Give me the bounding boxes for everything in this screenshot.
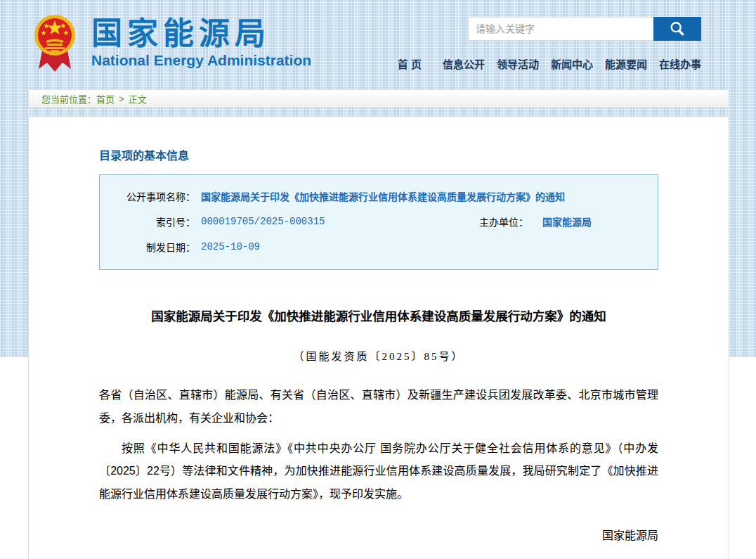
header-right: 首 页 信息公开 领导活动 新闻中心 能源要闻 在线办事 xyxy=(398,15,701,71)
national-emblem-icon xyxy=(34,13,76,75)
name-value: 国家能源局关于印发《加快推进能源行业信用体系建设高质量发展行动方案》的通知 xyxy=(201,189,565,203)
info-row-date: 制发日期： 2025-10-09 xyxy=(100,234,658,259)
catalog-section-title: 目录项的基本信息 xyxy=(99,146,658,163)
org-value: 国家能源局 xyxy=(542,214,592,229)
info-row-index-org: 索引号： 000019705/2025-000315 主办单位： 国家能源局 xyxy=(100,209,658,234)
name-label: 公开事项名称： xyxy=(100,189,195,203)
site-header: 国家能源局 National Energy Administration 首 页… xyxy=(0,0,756,86)
org-label: 主办单位： xyxy=(437,214,528,229)
nav-item-home[interactable]: 首 页 xyxy=(398,56,422,71)
nav-item-online-service[interactable]: 在线办事 xyxy=(659,56,701,71)
content-panel: 目录项的基本信息 公开事项名称： 国家能源局关于印发《加快推进能源行业信用体系建… xyxy=(28,117,729,559)
main-nav: 首 页 信息公开 领导活动 新闻中心 能源要闻 在线办事 xyxy=(398,56,701,71)
site-title-block: 国家能源局 National Energy Administration xyxy=(91,17,311,69)
search-button[interactable] xyxy=(653,17,701,41)
breadcrumb-home-link[interactable]: 首页 xyxy=(96,92,115,105)
search-icon xyxy=(669,20,686,37)
article-doc-number: （国能发资质〔2025〕85号） xyxy=(99,348,658,363)
site-title: 国家能源局 xyxy=(91,17,311,51)
index-value: 000019705/2025-000315 xyxy=(201,216,325,227)
article-title: 国家能源局关于印发《加快推进能源行业信用体系建设高质量发展行动方案》的通知 xyxy=(99,307,658,324)
breadcrumb-current[interactable]: 正文 xyxy=(129,92,147,105)
date-label: 制发日期： xyxy=(100,240,195,254)
article-signature: 国家能源局 xyxy=(99,526,658,543)
site-logo[interactable]: 国家能源局 National Energy Administration xyxy=(34,11,311,75)
site-subtitle: National Energy Administration xyxy=(91,52,311,69)
breadcrumb: 您当前位置： 首页 > 正文 xyxy=(28,89,729,108)
article-paragraph-main: 按照《中华人民共和国能源法》《中共中央办公厅 国务院办公厅关于健全社会信用体系的… xyxy=(99,437,658,506)
catalog-info-box: 公开事项名称： 国家能源局关于印发《加快推进能源行业信用体系建设高质量发展行动方… xyxy=(99,174,658,270)
nav-item-leadership[interactable]: 领导活动 xyxy=(497,56,539,71)
breadcrumb-prefix: 您当前位置： xyxy=(41,92,96,105)
search-input[interactable] xyxy=(468,17,653,41)
nav-item-info-disclosure[interactable]: 信息公开 xyxy=(443,56,485,71)
nav-item-energy-news[interactable]: 能源要闻 xyxy=(605,56,647,71)
breadcrumb-separator: > xyxy=(119,94,124,104)
article-body: 各省（自治区、直辖市）能源局、有关省（自治区、直辖市）及新疆生产建设兵团发展改革… xyxy=(99,384,658,506)
info-row-name: 公开事项名称： 国家能源局关于印发《加快推进能源行业信用体系建设高质量发展行动方… xyxy=(100,184,658,209)
article-paragraph-salutation: 各省（自治区、直辖市）能源局、有关省（自治区、直辖市）及新疆生产建设兵团发展改革… xyxy=(99,384,658,430)
index-label: 索引号： xyxy=(100,214,195,229)
search-bar xyxy=(468,17,701,41)
date-value: 2025-10-09 xyxy=(201,241,260,252)
nav-item-news-center[interactable]: 新闻中心 xyxy=(551,56,593,71)
